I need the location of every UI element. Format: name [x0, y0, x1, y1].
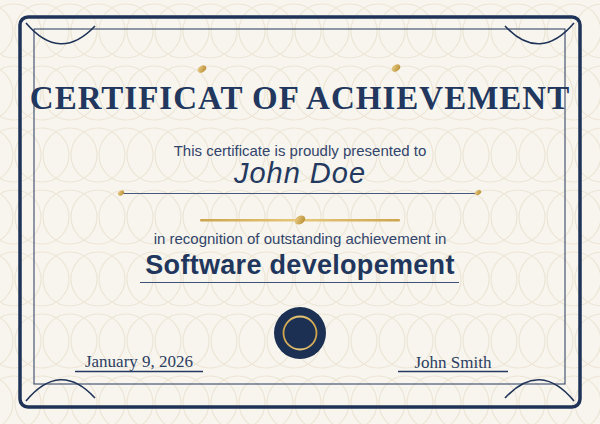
certificate-title: CERTIFICAT OF ACHIEVEMENT	[0, 80, 600, 117]
recipient-name: John Doe	[0, 157, 600, 190]
signer-name: John Smith	[369, 353, 537, 373]
date-text: January 9, 2026	[55, 352, 223, 372]
achievement-title: Software developement	[0, 250, 600, 281]
seal-icon	[274, 307, 326, 359]
recognition-text: in recognition of outstanding achievemen…	[0, 230, 600, 247]
certificate: CERTIFICAT OF ACHIEVEMENT This certifica…	[0, 0, 600, 424]
